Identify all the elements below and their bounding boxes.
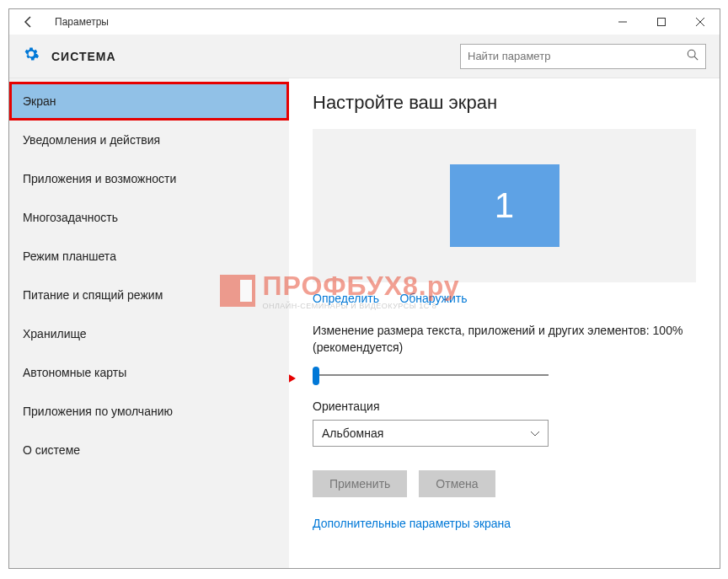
sidebar-item-label: Хранилище: [23, 327, 87, 340]
sidebar-item-default-apps[interactable]: Приложения по умолчанию: [9, 392, 289, 431]
maximize-icon: [657, 18, 666, 26]
display-preview[interactable]: 1: [313, 129, 696, 282]
main-content: Настройте ваш экран 1 Определить Обнаруж…: [289, 78, 720, 568]
sidebar-item-label: Питание и спящий режим: [23, 288, 163, 302]
slider-thumb[interactable]: [313, 367, 319, 385]
sidebar-item-label: Экран: [23, 94, 56, 108]
sidebar-item-about[interactable]: О системе: [9, 431, 289, 469]
sidebar-item-label: Режим планшета: [23, 249, 116, 263]
minimize-icon: [618, 18, 627, 26]
back-button[interactable]: [16, 9, 41, 35]
sidebar-item-multitasking[interactable]: Многозадачность: [9, 198, 289, 237]
sidebar-item-maps[interactable]: Автономные карты: [9, 353, 289, 392]
orientation-select[interactable]: Альбомная: [313, 420, 549, 447]
slider-track: [313, 374, 549, 376]
search-icon: [687, 49, 699, 63]
sidebar-item-label: Уведомления и действия: [23, 133, 160, 147]
sidebar-item-apps[interactable]: Приложения и возможности: [9, 159, 289, 198]
svg-rect-1: [658, 19, 666, 26]
identify-link[interactable]: Определить: [313, 292, 379, 305]
sidebar-item-display[interactable]: Экран: [9, 82, 289, 121]
settings-window: Параметры СИСТЕМА Экран Уведо: [8, 8, 720, 569]
maximize-button[interactable]: [642, 9, 681, 35]
close-button[interactable]: [681, 9, 720, 35]
svg-line-5: [694, 56, 698, 60]
header-bar: СИСТЕМА: [9, 35, 720, 78]
sidebar-item-label: Автономные карты: [23, 366, 126, 379]
annotation-arrow: [289, 367, 296, 387]
apply-button[interactable]: Применить: [313, 470, 407, 497]
sidebar-item-power[interactable]: Питание и спящий режим: [9, 276, 289, 314]
orientation-label: Ориентация: [313, 399, 696, 413]
monitor-tile[interactable]: 1: [450, 164, 559, 247]
sidebar: Экран Уведомления и действия Приложения …: [9, 78, 289, 568]
scale-label: Изменение размера текста, приложений и д…: [313, 323, 696, 356]
monitor-number: 1: [495, 185, 514, 226]
page-heading: Настройте ваш экран: [313, 92, 696, 114]
minimize-button[interactable]: [603, 9, 642, 35]
sidebar-item-label: Многозадачность: [23, 211, 118, 224]
cancel-button[interactable]: Отмена: [419, 470, 495, 497]
sidebar-item-label: Приложения по умолчанию: [23, 405, 173, 418]
orientation-value: Альбомная: [322, 426, 383, 440]
sidebar-item-label: Приложения и возможности: [23, 172, 176, 185]
chevron-down-icon: [531, 427, 539, 439]
titlebar: Параметры: [9, 9, 720, 35]
window-controls: [603, 9, 720, 35]
detect-link[interactable]: Обнаружить: [399, 292, 467, 305]
close-icon: [696, 18, 704, 26]
button-row: Применить Отмена: [313, 470, 696, 497]
body: Экран Уведомления и действия Приложения …: [9, 78, 720, 568]
sidebar-item-label: О системе: [23, 443, 80, 457]
gear-icon: [23, 46, 40, 67]
arrow-left-icon: [22, 15, 35, 29]
sidebar-item-storage[interactable]: Хранилище: [9, 314, 289, 353]
sidebar-item-tablet[interactable]: Режим планшета: [9, 237, 289, 276]
display-links: Определить Обнаружить: [313, 291, 696, 306]
search-box[interactable]: [460, 44, 706, 69]
advanced-display-link[interactable]: Дополнительные параметры экрана: [313, 517, 511, 530]
window-title: Параметры: [55, 16, 109, 28]
svg-point-4: [688, 50, 695, 57]
search-input[interactable]: [468, 50, 687, 62]
scale-slider[interactable]: [313, 374, 549, 376]
header-title: СИСТЕМА: [51, 50, 116, 63]
sidebar-item-notifications[interactable]: Уведомления и действия: [9, 121, 289, 159]
